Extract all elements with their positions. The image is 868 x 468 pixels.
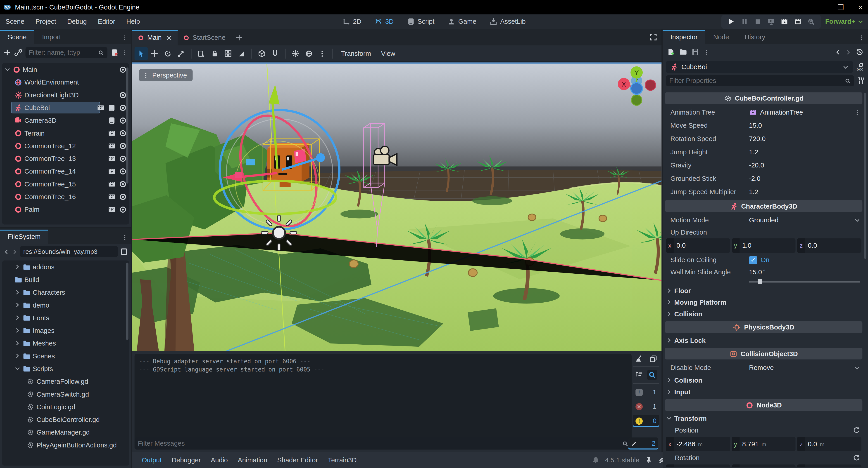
- viewport-tool-button[interactable]: [302, 47, 316, 60]
- message-filter-input[interactable]: Filter Messages: [134, 437, 631, 450]
- resource-path-field[interactable]: res://Sounds/win_yay.mp3: [20, 246, 118, 257]
- history-forward-icon[interactable]: [845, 49, 851, 55]
- class-section-header[interactable]: PhysicsBody3D: [665, 321, 863, 333]
- viewport-tool-button[interactable]: [289, 47, 302, 60]
- instance-scene-icon[interactable]: [14, 48, 22, 56]
- pin-panel-icon[interactable]: [645, 456, 653, 464]
- view-axis-gizmo[interactable]: Z X Y: [616, 66, 657, 107]
- scene-instance-icon[interactable]: [108, 142, 116, 149]
- viewport-menu[interactable]: View: [376, 49, 400, 57]
- property-row[interactable]: Rotation Speed720.0: [665, 132, 863, 145]
- property-row[interactable]: Move Speed15.0: [665, 119, 863, 132]
- tree-chevron-icon[interactable]: [14, 264, 21, 270]
- viewport-tool-button[interactable]: [161, 47, 175, 60]
- scene-tree-row[interactable]: WorldEnvironment: [2, 76, 129, 88]
- position-vector[interactable]: x-2.486m y8.791m z0.0m: [665, 437, 863, 451]
- new-resource-icon[interactable]: [667, 48, 675, 56]
- scene-tree-row[interactable]: CubeBoi: [2, 101, 129, 114]
- visibility-icon[interactable]: [119, 180, 127, 188]
- scene-tree-row[interactable]: CommonTree_14: [2, 165, 129, 177]
- attached-script-icon[interactable]: [108, 104, 116, 111]
- visibility-icon[interactable]: [119, 129, 127, 137]
- inspector-scrollbar[interactable]: [864, 93, 866, 259]
- viewport-tool-button[interactable]: [175, 47, 188, 60]
- playback-button[interactable]: [792, 16, 803, 27]
- visibility-icon[interactable]: [119, 142, 127, 149]
- bottom-panel-tab[interactable]: Shader Editor: [272, 456, 323, 464]
- scene-tab[interactable]: Main ✕: [132, 30, 178, 45]
- file-tree-row[interactable]: Scenes: [2, 349, 129, 362]
- tree-chevron-icon[interactable]: [4, 66, 11, 72]
- node-selector[interactable]: CubeBoi: [666, 61, 853, 73]
- dock-menu-icon[interactable]: [122, 35, 128, 41]
- detach-script-icon[interactable]: [111, 48, 118, 56]
- filter-warning-messages[interactable]: ! 0: [633, 415, 659, 427]
- scene-tree-row[interactable]: Camera3D: [2, 114, 129, 127]
- filesystem-scrollbar[interactable]: [126, 263, 128, 340]
- playback-button[interactable]: [725, 16, 737, 27]
- revert-icon[interactable]: [852, 427, 860, 434]
- property-filter-input[interactable]: Filter Properties: [666, 75, 854, 86]
- viewport-tool-button[interactable]: [195, 47, 208, 60]
- visibility-icon[interactable]: [119, 205, 127, 213]
- scene-tree-row[interactable]: Main: [2, 63, 129, 76]
- visibility-icon[interactable]: [119, 155, 127, 162]
- file-tree-row[interactable]: Build: [2, 273, 129, 286]
- filter-standard-messages[interactable]: ! 1: [633, 386, 659, 398]
- scene-tree-row[interactable]: DirectionalLight3D: [2, 89, 129, 101]
- file-tree-row[interactable]: CameraFollow.gd: [2, 375, 129, 388]
- scene-tree-row[interactable]: Palm: [2, 203, 129, 215]
- dock-tab[interactable]: Node: [705, 30, 737, 44]
- copy-output-icon[interactable]: [649, 355, 657, 363]
- viewport-tool-button[interactable]: [208, 47, 221, 60]
- property-row[interactable]: Disable Mode Remove: [665, 361, 863, 374]
- perspective-menu[interactable]: Perspective: [139, 69, 192, 81]
- scene-tree-row[interactable]: CommonTree_15: [2, 178, 129, 190]
- viewport-tool-button[interactable]: [221, 47, 235, 60]
- scene-instance-icon[interactable]: [108, 205, 116, 213]
- menu-item[interactable]: Project: [30, 14, 62, 29]
- scene-instance-icon[interactable]: [108, 129, 116, 137]
- filter-editor-messages[interactable]: 2: [628, 437, 658, 450]
- file-tree-row[interactable]: CoinLogic.gd: [2, 400, 129, 413]
- open-docs-icon[interactable]: [856, 63, 865, 71]
- maximize-button[interactable]: ❐: [837, 3, 844, 11]
- expand-viewport-icon[interactable]: [649, 33, 657, 41]
- bottom-panel-tab[interactable]: Output: [137, 456, 166, 464]
- rotation-vector[interactable]: x0.0° y-120.0° z0.0°: [665, 465, 863, 467]
- tree-chevron-icon[interactable]: [14, 314, 21, 321]
- file-tree-row[interactable]: Images: [2, 324, 129, 337]
- viewport-tool-button[interactable]: [316, 47, 329, 60]
- checkbox-checked[interactable]: ✓: [749, 256, 757, 264]
- up-direction-vector[interactable]: x0.0 y1.0 z0.0: [665, 238, 863, 253]
- playback-button[interactable]: [752, 16, 763, 27]
- scene-filter-input[interactable]: Filter: name, t:typ: [26, 47, 107, 58]
- scene-instance-icon[interactable]: [108, 180, 116, 188]
- property-row[interactable]: Grounded Stick-2.0: [665, 172, 863, 185]
- bottom-panel-tab[interactable]: Terrain3D: [323, 456, 362, 464]
- renderer-selector[interactable]: Forward+: [825, 18, 864, 25]
- collapse-duplicates-icon[interactable]: [635, 370, 643, 378]
- dots-icon[interactable]: [854, 109, 860, 115]
- script-section-header[interactable]: CubeBoiController.gd: [665, 93, 863, 104]
- class-section-header[interactable]: Node3D: [665, 399, 863, 411]
- file-tree-row[interactable]: addons: [2, 261, 129, 273]
- dock-tab[interactable]: FileSystem: [0, 230, 49, 244]
- file-tree-row[interactable]: GameManager.gd: [2, 426, 129, 438]
- viewport-3d[interactable]: Perspective Z X Y: [132, 63, 661, 351]
- workspace-tab[interactable]: 2D: [337, 15, 366, 28]
- menu-item[interactable]: Scene: [0, 14, 30, 29]
- history-back-icon[interactable]: [835, 49, 841, 55]
- attached-script-icon[interactable]: [108, 116, 116, 124]
- file-tree-row[interactable]: Characters: [2, 286, 129, 299]
- visibility-icon[interactable]: [119, 116, 127, 124]
- property-row[interactable]: Slide on Ceiling ✓ On: [665, 253, 863, 267]
- revert-icon[interactable]: [852, 454, 860, 462]
- scene-tree-row[interactable]: Terrain: [2, 127, 129, 139]
- add-node-icon[interactable]: [3, 48, 11, 56]
- output-log[interactable]: --- Debug adapter server started on port…: [134, 354, 631, 441]
- visibility-icon[interactable]: [119, 193, 127, 200]
- property-group[interactable]: Moving Platform: [665, 297, 863, 308]
- dock-tab[interactable]: Scene: [0, 30, 34, 44]
- search-toggle[interactable]: [647, 370, 657, 380]
